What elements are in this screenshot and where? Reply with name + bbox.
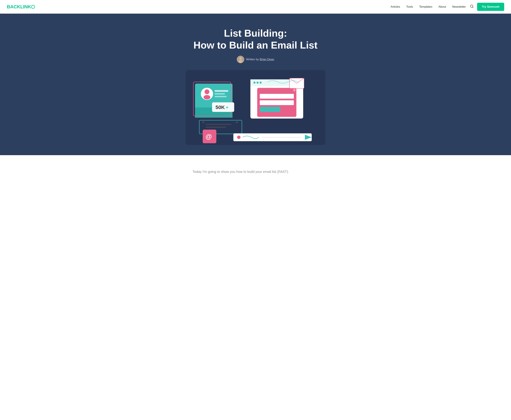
svg-text:": " xyxy=(236,120,238,126)
svg-text:✕: ✕ xyxy=(294,89,295,91)
nav-link-newsletter[interactable]: Newsletter xyxy=(452,5,466,8)
svg-point-4 xyxy=(239,60,242,63)
site-logo[interactable]: BACKLINK xyxy=(7,4,35,9)
svg-rect-11 xyxy=(215,93,225,95)
nav-link-articles[interactable]: Articles xyxy=(391,5,400,8)
intro-section: Today I'm going to show you how to build… xyxy=(186,155,325,181)
svg-point-3 xyxy=(239,57,242,60)
intro-text: Today I'm going to show you how to build… xyxy=(193,169,318,175)
svg-rect-10 xyxy=(215,90,228,92)
nav-link-templates[interactable]: Templates xyxy=(419,5,432,8)
svg-text:50K: 50K xyxy=(216,105,225,110)
svg-point-8 xyxy=(205,90,209,94)
nav-item-about[interactable]: About xyxy=(438,5,446,8)
nav-item-tools[interactable]: Tools xyxy=(406,5,413,8)
nav-link-tools[interactable]: Tools xyxy=(406,5,413,8)
hero-title: List Building: How to Build an Email Lis… xyxy=(194,27,317,51)
hero-illustration: 50K + ✕ " xyxy=(186,70,325,145)
svg-rect-33 xyxy=(206,124,231,125)
logo-text: BACKLINK xyxy=(7,4,35,9)
nav-item-articles[interactable]: Articles xyxy=(391,5,400,8)
author-line: Written by Brian Dean xyxy=(237,56,274,63)
svg-line-1 xyxy=(473,7,473,8)
svg-rect-12 xyxy=(215,96,226,97)
svg-point-22 xyxy=(260,82,262,84)
nav-item-templates[interactable]: Templates xyxy=(419,5,432,8)
svg-point-21 xyxy=(256,82,259,84)
author-avatar xyxy=(237,56,244,63)
author-link[interactable]: Brian Dean xyxy=(260,58,274,61)
svg-point-38 xyxy=(237,135,240,139)
nav-links: Articles Tools Templates About Newslette… xyxy=(391,5,466,8)
try-semrush-button[interactable]: Try Semrush xyxy=(477,3,504,11)
svg-text:": " xyxy=(202,120,204,126)
svg-rect-28 xyxy=(260,107,280,112)
hero-section: List Building: How to Build an Email Lis… xyxy=(0,14,511,155)
svg-rect-34 xyxy=(206,127,226,128)
nav-item-newsletter[interactable]: Newsletter xyxy=(452,5,466,8)
svg-rect-26 xyxy=(260,94,294,99)
svg-text:@: @ xyxy=(206,133,212,140)
svg-point-20 xyxy=(254,82,256,84)
svg-rect-27 xyxy=(260,100,294,105)
main-nav: BACKLINK Articles Tools Templates About … xyxy=(0,0,511,14)
svg-point-9 xyxy=(203,95,210,99)
nav-link-about[interactable]: About xyxy=(438,5,446,8)
author-text: Written by Brian Dean xyxy=(246,58,274,61)
logo-o-icon xyxy=(31,5,35,9)
search-icon[interactable] xyxy=(470,4,474,9)
svg-text:+: + xyxy=(226,105,228,110)
